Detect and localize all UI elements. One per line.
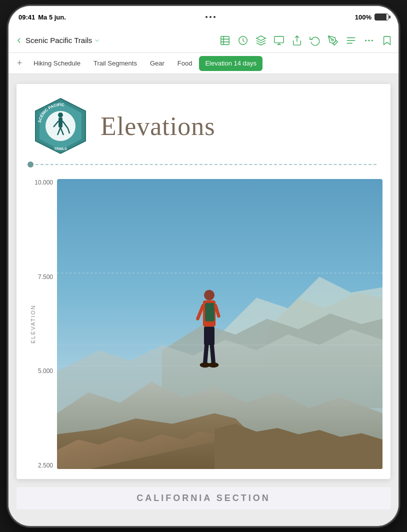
svg-line-49 bbox=[212, 345, 214, 364]
status-right: 100% bbox=[355, 14, 388, 21]
chart-area bbox=[57, 179, 382, 469]
monitor-icon[interactable] bbox=[274, 35, 284, 46]
svg-point-42 bbox=[204, 290, 214, 300]
document-title[interactable]: Scenic Pacific Trails bbox=[26, 36, 100, 44]
chevron-down-icon bbox=[94, 37, 100, 44]
add-tab-button[interactable]: + bbox=[12, 56, 26, 70]
date-display: Ma 5 jun. bbox=[38, 14, 66, 21]
svg-marker-5 bbox=[256, 36, 266, 40]
doc-header: SCENIC PACIFIC TRAILS Elevations bbox=[16, 84, 390, 164]
status-center bbox=[206, 16, 216, 18]
table-icon[interactable] bbox=[220, 35, 230, 46]
battery-icon bbox=[374, 14, 388, 20]
refresh-icon[interactable] bbox=[310, 35, 320, 46]
svg-rect-6 bbox=[274, 36, 284, 42]
more-icon[interactable] bbox=[364, 35, 374, 46]
svg-rect-0 bbox=[221, 36, 230, 44]
elevation-chart-svg bbox=[57, 179, 382, 469]
y-value-7500: 7.500 bbox=[38, 274, 53, 280]
svg-point-10 bbox=[332, 39, 334, 41]
trails-logo: SCENIC PACIFIC TRAILS bbox=[30, 96, 90, 156]
device-frame: 09:41 Ma 5 jun. 100% Scenic Pacific Trai… bbox=[8, 6, 398, 526]
svg-rect-44 bbox=[205, 303, 214, 322]
clock-icon[interactable] bbox=[238, 35, 248, 46]
y-axis-label: ELEVATION bbox=[30, 304, 36, 344]
status-bar: 09:41 Ma 5 jun. 100% bbox=[8, 6, 398, 28]
footer-section-label: CALIFORNIA SECTION bbox=[16, 487, 390, 510]
toolbar-left: Scenic Pacific Trails bbox=[14, 36, 216, 45]
svg-rect-21 bbox=[58, 118, 62, 128]
tabs-bar: + Hiking Schedule Trail Segments Gear Fo… bbox=[8, 53, 398, 74]
format-icon[interactable] bbox=[346, 35, 356, 46]
chart-section: ELEVATION 10.000 7.500 5.000 2.500 bbox=[16, 173, 390, 479]
dot2 bbox=[210, 16, 212, 18]
svg-point-20 bbox=[58, 112, 63, 118]
tab-trail-segments[interactable]: Trail Segments bbox=[88, 56, 143, 71]
svg-point-14 bbox=[368, 40, 370, 41]
y-value-2500: 2.500 bbox=[38, 462, 53, 469]
back-button[interactable] bbox=[14, 36, 24, 45]
header-divider bbox=[30, 164, 376, 165]
svg-text:TRAILS: TRAILS bbox=[54, 147, 67, 150]
main-content: SCENIC PACIFIC TRAILS Elevations ELEVATI… bbox=[8, 74, 398, 526]
battery-percent: 100% bbox=[355, 14, 372, 21]
chevron-left-icon bbox=[14, 36, 24, 45]
header-line-dot bbox=[28, 162, 34, 168]
svg-rect-47 bbox=[204, 326, 214, 345]
y-value-10000: 10.000 bbox=[34, 179, 53, 186]
status-left: 09:41 Ma 5 jun. bbox=[18, 14, 66, 21]
toolbar-icons bbox=[220, 35, 392, 46]
layers-icon[interactable] bbox=[256, 35, 266, 46]
svg-line-48 bbox=[205, 345, 206, 364]
toolbar: Scenic Pacific Trails bbox=[8, 28, 398, 53]
share-icon[interactable] bbox=[292, 35, 302, 46]
svg-point-51 bbox=[208, 362, 218, 368]
pen-icon[interactable] bbox=[328, 35, 338, 46]
battery-fill bbox=[375, 14, 386, 20]
tab-food[interactable]: Food bbox=[172, 56, 198, 71]
page-title: Elevations bbox=[100, 112, 216, 141]
dot1 bbox=[206, 16, 208, 18]
dot3 bbox=[214, 16, 216, 18]
tab-elevation[interactable]: Elevation 14 days bbox=[199, 56, 262, 71]
document-card: SCENIC PACIFIC TRAILS Elevations ELEVATI… bbox=[16, 84, 390, 479]
bookmark-icon[interactable] bbox=[382, 35, 392, 46]
y-axis: ELEVATION 10.000 7.500 5.000 2.500 bbox=[24, 179, 57, 469]
y-value-5000: 5.000 bbox=[38, 368, 53, 374]
svg-point-15 bbox=[372, 40, 373, 41]
time-display: 09:41 bbox=[18, 14, 35, 21]
svg-point-16 bbox=[366, 40, 366, 41]
tab-gear[interactable]: Gear bbox=[144, 56, 170, 71]
tab-hiking-schedule[interactable]: Hiking Schedule bbox=[28, 56, 86, 71]
